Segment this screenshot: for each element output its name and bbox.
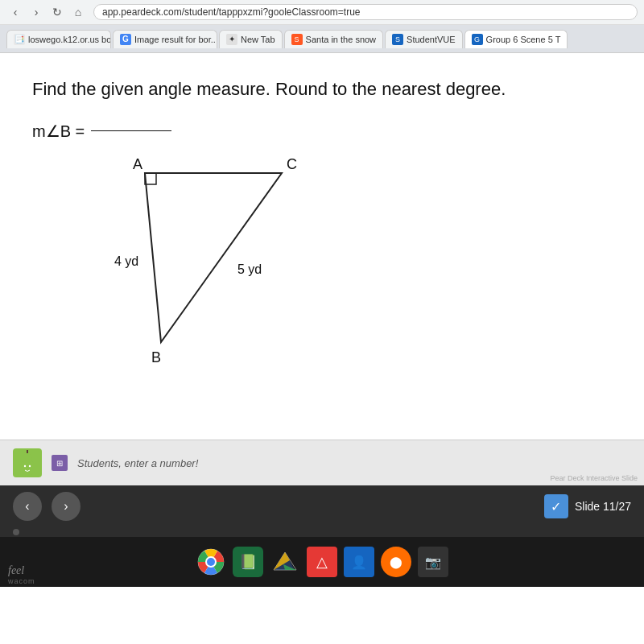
nav-buttons: ‹ › ↻ ⌂ xyxy=(6,3,87,21)
tab-studentvue[interactable]: S StudentVUE xyxy=(385,30,463,48)
svg-point-15 xyxy=(207,558,215,566)
triangle-svg: A C B 4 yd 5 yd xyxy=(97,149,338,374)
taskbar-math-icon[interactable]: △ xyxy=(307,547,337,577)
next-arrow-icon: › xyxy=(64,499,68,514)
tab-image[interactable]: G Image result for bor... xyxy=(113,30,217,48)
input-prompt: Students, enter a number! xyxy=(77,457,198,469)
address-bar: ‹ › ↻ ⌂ xyxy=(0,0,644,25)
tab-santa-label: Santa in the snow xyxy=(306,35,376,44)
taskbar-docs-icon[interactable]: 📗 xyxy=(233,547,263,577)
angle-equation: m∠B = xyxy=(32,122,612,141)
tab-group-label: Group 6 Scene 5 T xyxy=(486,35,561,44)
prev-arrow-icon: ‹ xyxy=(25,499,29,514)
taskbar: 📗 △ 👤 ⬤ 📷 feel wacom xyxy=(0,537,644,587)
reload-button[interactable]: ↻ xyxy=(48,3,66,21)
svg-text:4 yd: 4 yd xyxy=(114,254,138,268)
svg-marker-0 xyxy=(145,173,282,342)
svg-point-8 xyxy=(23,453,32,464)
taskbar-chrome-icon[interactable] xyxy=(196,547,226,577)
svg-point-11 xyxy=(29,465,31,467)
tab-bookmarks-label: loswego.k12.or.us bookmarks xyxy=(28,35,111,44)
wacom-text: wacom xyxy=(8,577,35,585)
feel-text: feel xyxy=(8,564,35,577)
svg-text:5 yd: 5 yd xyxy=(237,262,262,276)
equation-prefix: m∠B = xyxy=(32,122,85,141)
feel-text-container: feel wacom xyxy=(8,564,35,585)
tab-image-label: Image result for bor... xyxy=(134,35,217,44)
pear-avatar xyxy=(13,448,42,477)
check-icon: ✓ xyxy=(544,494,568,518)
tab-group[interactable]: G Group 6 Scene 5 T xyxy=(464,30,568,48)
svg-text:A: A xyxy=(133,156,142,172)
prev-slide-button[interactable]: ‹ xyxy=(13,492,42,521)
taskbar-camera-icon[interactable]: 📷 xyxy=(418,547,448,577)
svg-text:C: C xyxy=(287,156,297,172)
home-button[interactable]: ⌂ xyxy=(69,3,87,21)
taskbar-orange-icon[interactable]: ⬤ xyxy=(381,547,411,577)
slide-input-area: ⊞ Students, enter a number! Pear Deck In… xyxy=(0,440,644,485)
forward-button[interactable]: › xyxy=(27,3,45,21)
tab-bar: 📑 loswego.k12.or.us bookmarks G Image re… xyxy=(0,25,644,52)
slide-label: Slide 11/27 xyxy=(575,500,631,513)
tab-newtab-label: New Tab xyxy=(241,35,275,44)
slide-counter: ✓ Slide 11/27 xyxy=(544,494,631,518)
tab-bookmarks[interactable]: 📑 loswego.k12.or.us bookmarks xyxy=(6,30,111,48)
input-icon: ⊞ xyxy=(52,455,68,471)
svg-text:B: B xyxy=(151,349,161,365)
drive-svg xyxy=(272,549,298,575)
dot-indicator xyxy=(13,529,19,535)
next-slide-button[interactable]: › xyxy=(52,492,80,521)
main-content: Find the given angle measure. Round to t… xyxy=(0,53,644,440)
triangle-diagram: A C B 4 yd 5 yd xyxy=(97,149,338,374)
tab-studentvue-label: StudentVUE xyxy=(407,35,456,44)
back-button[interactable]: ‹ xyxy=(6,3,24,21)
dot-row xyxy=(0,527,644,537)
question-title: Find the given angle measure. Round to t… xyxy=(32,77,612,102)
taskbar-user-icon[interactable]: 👤 xyxy=(344,547,374,577)
svg-point-10 xyxy=(24,465,26,467)
tab-newtab[interactable]: ✦ New Tab xyxy=(219,30,283,48)
answer-line xyxy=(91,130,171,131)
pear-svg xyxy=(13,448,42,477)
taskbar-drive-icon[interactable] xyxy=(270,547,300,577)
nav-bar: ‹ › ✓ Slide 11/27 xyxy=(0,485,644,527)
address-input[interactable] xyxy=(93,4,638,20)
tab-santa[interactable]: S Santa in the snow xyxy=(284,30,383,48)
browser-chrome: ‹ › ↻ ⌂ 📑 loswego.k12.or.us bookmarks G … xyxy=(0,0,644,53)
peardeck-watermark: Pear Deck Interactive Slide xyxy=(550,474,638,482)
chrome-svg xyxy=(197,548,225,576)
